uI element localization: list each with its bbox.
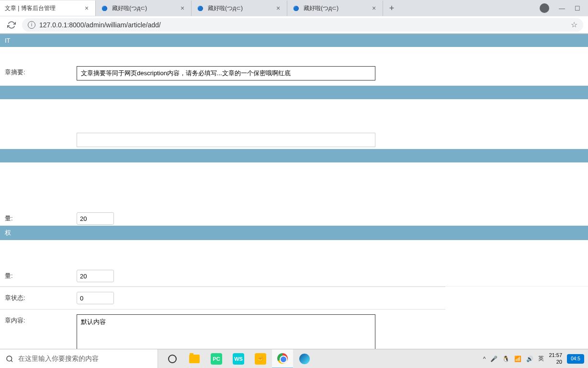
- count-input-2[interactable]: [77, 270, 114, 282]
- new-tab-button[interactable]: +: [385, 1, 398, 15]
- status-input[interactable]: [77, 292, 114, 304]
- url-text: 127.0.0.1:8000/admin/william/article/add…: [39, 21, 571, 29]
- page-content: IT 章摘要: 量: 权 量: 章状态: 章内容:: [0, 34, 588, 349]
- status-label: 章状态:: [5, 292, 77, 302]
- taskbar-search[interactable]: 在这里输入你要搜索的内容: [0, 349, 158, 350]
- content-label: 章内容:: [5, 314, 77, 325]
- edge-icon[interactable]: [294, 349, 315, 350]
- tab-title: 文章 | 博客后台管理: [5, 4, 83, 12]
- section-header-rights: 权: [0, 226, 588, 240]
- close-icon[interactable]: ×: [274, 4, 282, 12]
- close-icon[interactable]: ×: [179, 4, 186, 12]
- chrome-icon[interactable]: [272, 349, 293, 350]
- form-row-count2: 量:: [0, 269, 588, 287]
- form-row-summary: 章摘要:: [0, 61, 588, 86]
- profile-icon[interactable]: [540, 3, 549, 13]
- tab-title: 藏好啦(つд⊂): [304, 4, 370, 12]
- bookmark-star-icon[interactable]: ☆: [571, 20, 577, 29]
- form-row-content: 章内容:: [0, 310, 588, 349]
- tabs-row: 文章 | 博客后台管理 × 🔵 藏好啦(つд⊂) × 🔵 藏好啦(つд⊂) × …: [0, 0, 588, 16]
- form-row-count1: 量:: [0, 210, 588, 226]
- browser-chrome: 文章 | 博客后台管理 × 🔵 藏好啦(つд⊂) × 🔵 藏好啦(つд⊂) × …: [0, 0, 588, 34]
- favicon-icon: 🔵: [196, 4, 204, 12]
- webstorm-icon[interactable]: WS: [228, 349, 249, 350]
- favicon-icon: 🔵: [101, 4, 108, 12]
- close-icon[interactable]: ×: [83, 4, 90, 12]
- section-header-blank1: [0, 86, 588, 99]
- section-header-it: IT: [0, 34, 588, 47]
- window-controls: — ☐: [540, 3, 588, 13]
- content-textarea[interactable]: [77, 314, 375, 349]
- tab-title: 藏好啦(つд⊂): [208, 4, 274, 12]
- summary-label: 章摘要:: [5, 66, 77, 77]
- file-explorer-icon[interactable]: [184, 349, 205, 350]
- form-row-status: 章状态:: [0, 287, 588, 309]
- browser-tab-1[interactable]: 🔵 藏好啦(つд⊂) ×: [96, 0, 192, 16]
- maximize-button[interactable]: ☐: [575, 5, 580, 12]
- url-bar[interactable]: i 127.0.0.1:8000/admin/william/article/a…: [22, 18, 583, 32]
- summary-input[interactable]: [77, 66, 375, 80]
- count-input-1[interactable]: [77, 212, 114, 225]
- info-icon[interactable]: i: [28, 21, 35, 29]
- pycharm-icon[interactable]: PC: [206, 349, 227, 350]
- section-header-blank2: [0, 149, 588, 162]
- browser-tab-3[interactable]: 🔵 藏好啦(つд⊂) ×: [287, 0, 383, 16]
- tab-title: 藏好啦(つд⊂): [112, 4, 179, 12]
- form-row-blank-input: [0, 128, 588, 149]
- count-label-1: 量:: [5, 212, 77, 223]
- cortana-icon[interactable]: [162, 349, 183, 350]
- favicon-icon: 🔵: [292, 4, 300, 12]
- close-icon[interactable]: ×: [370, 4, 378, 12]
- count-label-2: 量:: [5, 270, 77, 280]
- address-bar-row: i 127.0.0.1:8000/admin/william/article/a…: [0, 16, 588, 34]
- browser-tab-2[interactable]: 🔵 藏好啦(つд⊂) ×: [192, 0, 287, 16]
- browser-tab-0[interactable]: 文章 | 博客后台管理 ×: [0, 0, 96, 16]
- task-icons: PC WS ✊: [158, 349, 315, 350]
- blank-input[interactable]: [77, 133, 375, 147]
- minimize-button[interactable]: —: [559, 5, 565, 12]
- app-icon-yellow[interactable]: ✊: [250, 349, 271, 350]
- taskbar: 在这里输入你要搜索的内容 PC WS ✊ ^ 🎤 🐧 📶 🔊 英 21:57 2…: [0, 349, 588, 349]
- reload-button[interactable]: [5, 18, 18, 32]
